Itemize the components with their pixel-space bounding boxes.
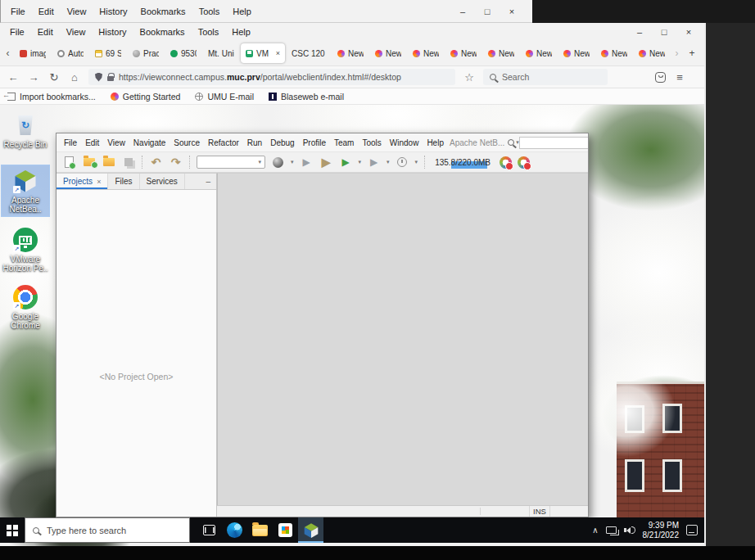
- taskbar-clock[interactable]: 9:39 PM 8/21/2022: [643, 521, 680, 540]
- tab-practi[interactable]: Practi: [128, 43, 164, 63]
- speaker-icon[interactable]: [624, 526, 635, 534]
- nb-menu-debug[interactable]: Debug: [266, 138, 298, 147]
- close-button[interactable]: ×: [676, 23, 701, 41]
- menu-tools[interactable]: Tools: [192, 27, 226, 37]
- menu-bookmarks[interactable]: Bookmarks: [133, 27, 192, 37]
- run-dropdown-icon[interactable]: ▾: [359, 159, 362, 165]
- menu-help[interactable]: Help: [226, 7, 258, 16]
- maximize-button[interactable]: □: [652, 23, 676, 41]
- clean-build-icon[interactable]: ▶: [319, 156, 333, 169]
- menu-edit[interactable]: Edit: [31, 27, 60, 37]
- undo-button[interactable]: ↶: [149, 156, 163, 169]
- profile-dropdown-icon[interactable]: ▾: [415, 159, 418, 165]
- nb-menu-refactor[interactable]: Refactor: [204, 138, 243, 147]
- desktop-icon-recycle-bin[interactable]: ↻ Recycle Bin: [2, 110, 49, 151]
- nb-menu-run[interactable]: Run: [243, 138, 266, 147]
- desktop-icon-apache-netbeans[interactable]: ↗ ApacheNetBea..: [2, 165, 49, 216]
- tab-new-1[interactable]: New T: [332, 43, 368, 63]
- minimize-button[interactable]: –: [627, 23, 652, 41]
- desktop-icon-google-chrome[interactable]: ↗ GoogleChrome: [2, 282, 49, 332]
- tab-new-8[interactable]: New T: [596, 43, 632, 63]
- tab-69sw[interactable]: 69 Sw: [90, 43, 126, 63]
- configuration-dropdown[interactable]: ▾: [197, 156, 265, 169]
- save-all-button[interactable]: [121, 156, 135, 169]
- search-input[interactable]: Search: [483, 69, 608, 85]
- minimize-button[interactable]: –: [450, 0, 475, 22]
- menu-bookmarks[interactable]: Bookmarks: [134, 7, 192, 16]
- menu-file[interactable]: File: [3, 27, 31, 37]
- back-button[interactable]: ←: [7, 71, 20, 84]
- tab-new-2[interactable]: New T: [370, 43, 406, 63]
- nb-menu-window[interactable]: Window: [386, 138, 423, 147]
- netbeans-taskbar-button[interactable]: [298, 517, 323, 543]
- close-tab-icon[interactable]: ×: [97, 178, 101, 186]
- menu-history[interactable]: History: [93, 7, 133, 16]
- tab-new-4[interactable]: New T: [445, 43, 481, 63]
- list-all-tabs-button[interactable]: ∨: [701, 47, 704, 59]
- gc-stop-icon[interactable]: [518, 156, 530, 169]
- action-center-icon[interactable]: [686, 525, 698, 535]
- gc-clock-icon[interactable]: [500, 156, 512, 169]
- extension-icon[interactable]: [655, 72, 666, 83]
- tab-projects[interactable]: Projects ×: [57, 174, 108, 189]
- new-tab-button[interactable]: +: [683, 47, 701, 59]
- nb-menu-help[interactable]: Help: [423, 138, 448, 147]
- open-project-button[interactable]: [102, 156, 115, 169]
- menu-edit[interactable]: Edit: [32, 7, 61, 16]
- tab-csc120[interactable]: CSC 120 H: [287, 43, 331, 63]
- bookmark-umu-email[interactable]: UMU E-mail: [195, 92, 254, 102]
- nb-menu-view[interactable]: View: [103, 138, 129, 147]
- nb-menu-team[interactable]: Team: [330, 138, 358, 147]
- tab-scroll-left-button[interactable]: ‹: [2, 47, 14, 59]
- task-view-button[interactable]: [197, 517, 222, 543]
- panel-minimize-button[interactable]: –: [206, 177, 216, 186]
- new-project-button[interactable]: [82, 156, 96, 169]
- new-file-button[interactable]: [62, 156, 76, 169]
- bookmark-star-icon[interactable]: ☆: [463, 71, 476, 84]
- lock-icon[interactable]: [107, 76, 114, 81]
- debug-dropdown-icon[interactable]: ▾: [387, 159, 390, 165]
- nb-menu-tools[interactable]: Tools: [358, 138, 385, 147]
- debug-project-button[interactable]: ▶: [367, 156, 381, 169]
- taskbar-search-input[interactable]: Type here to search: [25, 517, 190, 543]
- tab-new-9[interactable]: New T: [634, 43, 670, 63]
- show-hidden-icons-button[interactable]: ∧: [592, 526, 598, 535]
- memory-indicator[interactable]: 135.8/220.0MB: [432, 156, 494, 169]
- reload-button[interactable]: ↻: [47, 71, 61, 84]
- run-project-button[interactable]: ▶: [339, 156, 353, 169]
- microsoft-store-button[interactable]: [273, 517, 298, 543]
- maximize-button[interactable]: □: [475, 0, 500, 22]
- profile-project-button[interactable]: [396, 156, 409, 169]
- nb-menu-navigate[interactable]: Navigate: [129, 138, 170, 147]
- tab-new-6[interactable]: New T: [521, 43, 557, 63]
- tab-new-7[interactable]: New T: [558, 43, 595, 63]
- nb-menu-source[interactable]: Source: [170, 138, 204, 147]
- menu-view[interactable]: View: [60, 27, 93, 37]
- tab-services[interactable]: Services: [140, 174, 185, 189]
- netbeans-search-input[interactable]: [519, 137, 588, 149]
- nb-menu-file[interactable]: File: [60, 138, 81, 147]
- home-button[interactable]: ⌂: [68, 71, 81, 84]
- bookmark-blaseweb[interactable]: Blaseweb e-mail: [269, 92, 344, 102]
- build-project-icon[interactable]: [271, 156, 285, 169]
- menu-file[interactable]: File: [4, 7, 32, 16]
- tab-new-5[interactable]: New T: [483, 43, 519, 63]
- close-tab-icon[interactable]: ×: [276, 49, 280, 57]
- close-button[interactable]: ×: [500, 0, 524, 22]
- bookmark-getting-started[interactable]: Getting Started: [111, 92, 181, 102]
- build-dropdown-icon[interactable]: ▾: [291, 159, 294, 165]
- tab-auto[interactable]: Auto F: [52, 43, 88, 63]
- tab-files[interactable]: Files: [108, 174, 139, 189]
- menu-help[interactable]: Help: [225, 27, 257, 37]
- redo-button[interactable]: ↷: [169, 156, 183, 169]
- shield-icon[interactable]: [95, 73, 102, 82]
- nb-menu-profile[interactable]: Profile: [299, 138, 330, 147]
- tab-new-3[interactable]: New T: [408, 43, 444, 63]
- nb-menu-edit[interactable]: Edit: [81, 138, 103, 147]
- hammer-build-icon[interactable]: ▶: [300, 156, 314, 169]
- menu-history[interactable]: History: [92, 27, 133, 37]
- menu-view[interactable]: View: [61, 7, 93, 16]
- bookmark-import[interactable]: Import bookmarks...: [7, 92, 96, 102]
- tab-mt-union[interactable]: Mt. Union: [203, 43, 239, 63]
- url-bar[interactable]: https://viewconnect.campus.muc.prv/porta…: [88, 69, 455, 85]
